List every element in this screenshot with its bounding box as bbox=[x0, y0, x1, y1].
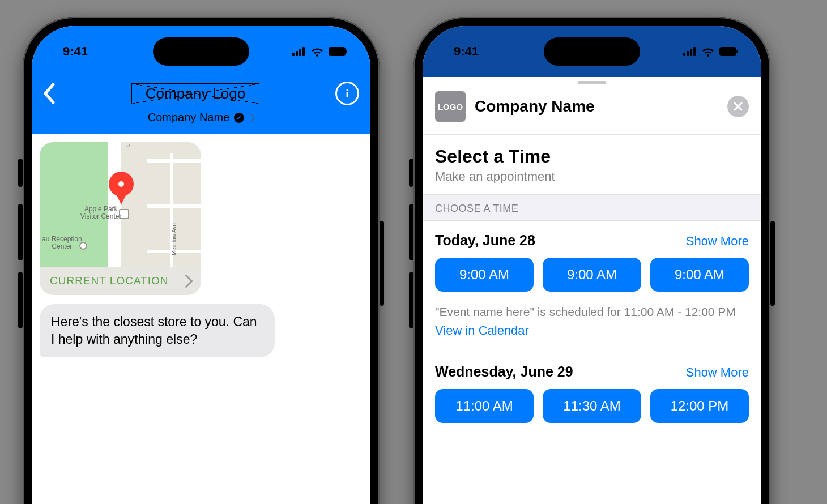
svg-rect-17 bbox=[687, 51, 689, 56]
day-label: Today, June 28 bbox=[435, 232, 535, 249]
svg-rect-1 bbox=[296, 51, 298, 56]
sheet-subtitle: Make an appointment bbox=[435, 169, 749, 184]
map-poi-label: Apple ParkVisitor Center bbox=[80, 206, 121, 220]
location-card[interactable]: u Ave Meadow Ave Apple ParkVisitor Cente… bbox=[40, 142, 201, 295]
cellular-icon bbox=[292, 47, 306, 56]
status-time: 9:41 bbox=[454, 44, 479, 59]
map-poi-label: au ReceptionCenter bbox=[42, 236, 82, 250]
company-name-row[interactable]: Company Name ✓ bbox=[148, 111, 255, 124]
svg-rect-0 bbox=[292, 53, 295, 56]
conflict-note: "Event name here" is scheduled for 11:00… bbox=[435, 304, 749, 320]
section-header: CHOOSE A TIME bbox=[423, 194, 761, 221]
day-group-today: Today, June 28 Show More 9:00 AM 9:00 AM… bbox=[423, 221, 761, 352]
sheet-title: Select a Time bbox=[435, 146, 749, 167]
show-more-button[interactable]: Show More bbox=[686, 234, 749, 249]
svg-rect-21 bbox=[736, 50, 738, 53]
chevron-right-icon bbox=[179, 274, 193, 288]
time-slot-button[interactable]: 12:00 PM bbox=[650, 389, 749, 423]
info-button[interactable]: i bbox=[335, 82, 359, 105]
map-road-label: Meadow Ave bbox=[171, 223, 177, 255]
svg-rect-20 bbox=[719, 47, 736, 56]
time-slot-button[interactable]: 9:00 AM bbox=[543, 258, 641, 292]
phone-frame-right: 9:41 LOGO Company Name bbox=[414, 17, 770, 504]
cellular-icon bbox=[683, 47, 697, 56]
time-slot-button[interactable]: 11:30 AM bbox=[543, 389, 641, 423]
time-slot-button[interactable]: 9:00 AM bbox=[435, 258, 534, 292]
battery-icon bbox=[719, 47, 739, 56]
company-name-label: Company Name bbox=[148, 111, 230, 124]
sheet-grabber[interactable] bbox=[578, 81, 606, 84]
sheet-header: LOGO Company Name bbox=[423, 76, 761, 135]
time-slot-button[interactable]: 11:00 AM bbox=[435, 389, 534, 423]
phone-frame-left: 9:41 Company Logo i bbox=[23, 17, 380, 504]
close-button[interactable] bbox=[727, 96, 749, 117]
svg-rect-3 bbox=[302, 47, 305, 56]
time-slot-button[interactable]: 9:00 AM bbox=[650, 258, 749, 292]
company-logo-placeholder: Company Logo bbox=[131, 83, 259, 104]
dynamic-island bbox=[544, 37, 640, 66]
svg-rect-19 bbox=[693, 47, 696, 56]
svg-rect-16 bbox=[683, 53, 685, 56]
svg-rect-2 bbox=[299, 49, 301, 56]
status-time: 9:41 bbox=[63, 44, 88, 59]
chat-body: u Ave Meadow Ave Apple ParkVisitor Cente… bbox=[32, 134, 370, 365]
screen-left: 9:41 Company Logo i bbox=[32, 26, 370, 504]
company-name-label: Company Name bbox=[475, 97, 718, 116]
battery-icon bbox=[329, 47, 348, 56]
map-preview: u Ave Meadow Ave Apple ParkVisitor Cente… bbox=[40, 142, 201, 267]
wifi-icon bbox=[701, 46, 715, 57]
location-card-title: CURRENT LOCATION bbox=[50, 275, 169, 287]
verified-badge-icon: ✓ bbox=[234, 113, 244, 123]
chevron-right-icon bbox=[248, 113, 255, 121]
company-logo-icon: LOGO bbox=[435, 91, 466, 122]
time-picker-sheet: LOGO Company Name Select a Time Make an … bbox=[423, 76, 761, 504]
map-pin-icon bbox=[109, 172, 134, 197]
svg-rect-4 bbox=[329, 47, 346, 56]
back-button[interactable] bbox=[43, 83, 56, 104]
chat-header: Company Logo i Company Name ✓ bbox=[32, 77, 370, 134]
dynamic-island bbox=[153, 37, 249, 66]
incoming-message: Here's the closest store to you. Can I h… bbox=[40, 304, 275, 357]
wifi-icon bbox=[310, 46, 324, 57]
map-road-label: u Ave bbox=[125, 142, 131, 147]
day-label: Wednesday, June 29 bbox=[435, 364, 573, 380]
show-more-button[interactable]: Show More bbox=[686, 365, 749, 380]
view-in-calendar-link[interactable]: View in Calendar bbox=[435, 323, 749, 338]
svg-rect-5 bbox=[346, 50, 347, 53]
svg-rect-18 bbox=[690, 49, 692, 56]
screen-right: 9:41 LOGO Company Name bbox=[423, 26, 761, 504]
day-group-next: Wednesday, June 29 Show More 11:00 AM 11… bbox=[423, 352, 761, 437]
